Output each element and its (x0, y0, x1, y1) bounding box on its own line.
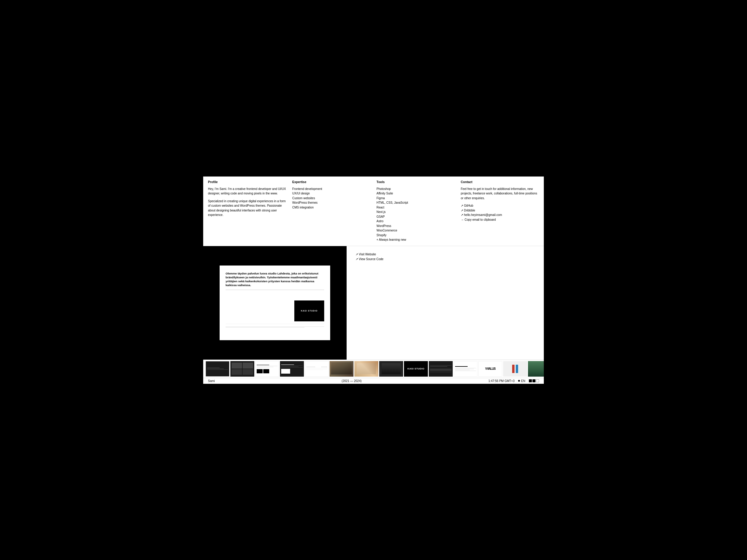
tool-4: HTML, CSS, JavaScript (377, 201, 455, 205)
status-bar: Sami (2021 — 2024) 1:47:56 PM GMT+3 EN (203, 378, 544, 384)
tools-heading: Tools (377, 180, 455, 184)
expertise-item-5: CMS integration (292, 205, 370, 210)
thumbnail-1[interactable] (206, 361, 230, 377)
expertise-item-1: Frontend development (292, 187, 370, 191)
thumbnail-10[interactable] (429, 361, 453, 377)
thumbnail-12[interactable]: VVallis (479, 361, 502, 377)
thumbnail-5[interactable] (305, 361, 329, 377)
project-card: Olemme täyden palvelun luova studio Lahd… (220, 266, 330, 340)
lang-sq-outline (536, 379, 539, 382)
footer-name: Sami (208, 379, 215, 382)
tool-9: WordPress (377, 224, 455, 229)
tool-8: Astro (377, 219, 455, 224)
thumbnail-3[interactable] (255, 361, 279, 377)
kasi-studio-label: KASI STUDIO (301, 310, 318, 312)
language-label: EN (521, 379, 525, 382)
right-content: Visit Website View Source Code (346, 246, 544, 359)
project-description: Olemme täyden palvelun luova studio Lahd… (226, 271, 324, 287)
lang-sq-1 (529, 379, 532, 382)
tool-learning: + Always learning new (377, 237, 455, 242)
visit-website-link[interactable]: Visit Website (356, 252, 383, 257)
thumbnail-8[interactable] (379, 361, 403, 377)
thumbnail-7[interactable] (354, 361, 378, 377)
expertise-item-4: WordPress themes (292, 201, 370, 205)
tool-6: Next.js (377, 210, 455, 214)
card-meta (226, 292, 324, 297)
visual-area: Olemme täyden palvelun luova studio Lahd… (203, 246, 544, 359)
language-indicator[interactable]: EN (518, 379, 525, 382)
status-bar-right: 1:47:56 PM GMT+3 EN (489, 379, 539, 382)
product-red (512, 365, 515, 373)
thumbnail-strip: KASI STUDIO (203, 359, 544, 378)
card-image-area: KASI STUDIO (226, 300, 324, 321)
thumbnail-4[interactable] (280, 361, 304, 377)
lang-sq-2 (533, 379, 536, 382)
footer-time: 1:47:56 PM GMT+3 (489, 379, 515, 382)
card-footer (226, 324, 324, 328)
bio-text-2: Specialized in creating unique digital e… (208, 199, 286, 217)
info-bar: Profile Hey, I'm Sami. I'm a creative fr… (203, 177, 544, 246)
view-source-link[interactable]: View Source Code (356, 257, 383, 262)
email-link[interactable]: hello.heyimsami@gmail.com (461, 213, 539, 217)
tools-section: Tools Photoshop Affinity Suite Figma HTM… (377, 180, 455, 242)
tool-10: WooCommerce (377, 228, 455, 233)
wallis-label: VVallis (485, 367, 495, 370)
thumbnail-11[interactable] (454, 361, 478, 377)
card-divider (226, 290, 324, 290)
thumbnail-6[interactable] (330, 361, 354, 377)
contact-section: Contact Feel free to get in touch for ad… (461, 180, 539, 242)
product-blue (516, 365, 518, 373)
footer-year-range: (2021 — 2024) (341, 379, 362, 382)
copy-email-link[interactable]: Copy email to clipboard (461, 217, 539, 222)
profile-heading: Profile (208, 180, 286, 184)
expertise-item-2: UX/UI design (292, 191, 370, 196)
thumbnail-14[interactable] (528, 361, 544, 377)
lang-dot (518, 380, 520, 382)
github-link[interactable]: GitHub (461, 204, 539, 208)
tool-1: Photoshop (377, 187, 455, 191)
contact-heading: Contact (461, 180, 539, 184)
thumbnail-13[interactable] (503, 361, 527, 377)
tool-11: Shopify (377, 233, 455, 238)
kasi-thumb-label: KASI STUDIO (407, 367, 424, 370)
bio-text-1: Hey, I'm Sami. I'm a creative frontend d… (208, 187, 286, 196)
dribbble-link[interactable]: Dribbble (461, 208, 539, 213)
thumbnail-9[interactable]: KASI STUDIO (404, 361, 428, 377)
tool-5: React (377, 205, 455, 210)
project-preview: Olemme täyden palvelun luova studio Lahd… (203, 246, 346, 359)
tools-links: Visit Website View Source Code (356, 252, 535, 262)
profile-section: Profile Hey, I'm Sami. I'm a creative fr… (208, 180, 286, 242)
expertise-section: Expertise Frontend development UX/UI des… (292, 180, 370, 242)
project-links: Visit Website View Source Code (356, 252, 383, 262)
tool-2: Affinity Suite (377, 191, 455, 196)
kasi-studio-thumb: KASI STUDIO (294, 300, 324, 321)
tool-3: Figma (377, 196, 455, 201)
lang-squares (529, 379, 539, 382)
tool-7: GSAP (377, 214, 455, 219)
contact-description: Feel free to get in touch for additional… (461, 187, 539, 201)
expertise-heading: Expertise (292, 180, 370, 184)
thumbnail-2[interactable] (230, 361, 254, 377)
expertise-item-3: Custom websites (292, 196, 370, 201)
